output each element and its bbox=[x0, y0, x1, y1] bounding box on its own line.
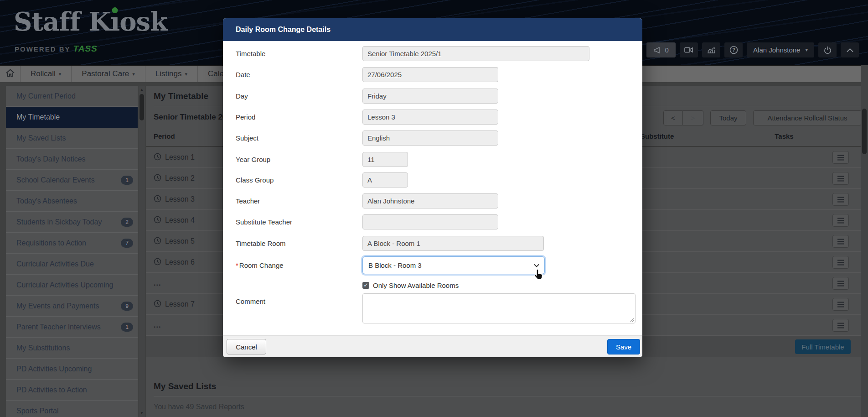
logo-green-dot: ı bbox=[110, 6, 119, 36]
field-day: Friday bbox=[362, 89, 498, 104]
sidebar-item-pd-activities-upcoming[interactable]: PD Activities Upcoming bbox=[6, 359, 138, 380]
scroll-down-arrow-icon[interactable]: ▼ bbox=[139, 411, 145, 415]
full-timetable-button[interactable]: Full Timetable bbox=[795, 339, 851, 354]
timetable-toolbar: < > Today Attendance Rollcall Status bbox=[663, 110, 862, 125]
scrollbar-thumb[interactable] bbox=[862, 109, 867, 154]
notification-count: 0 bbox=[665, 46, 668, 54]
row-menu-button[interactable] bbox=[832, 214, 849, 227]
row-menu-button[interactable] bbox=[832, 319, 849, 332]
sidebar-item-school-calendar-events[interactable]: School Calendar Events1 bbox=[6, 170, 138, 191]
cancel-button[interactable]: Cancel bbox=[227, 339, 266, 354]
sidebar-item-curricular-activities-upcoming[interactable]: Curricular Activities Upcoming bbox=[6, 275, 138, 296]
user-menu[interactable]: Alan Johnstone ▾ bbox=[747, 42, 814, 57]
tass-brand: TASS bbox=[73, 44, 98, 53]
field-class-group: A bbox=[362, 172, 408, 188]
sidebar: My Current Period My Timetable My Saved … bbox=[6, 86, 138, 417]
row-menu-button[interactable] bbox=[832, 151, 849, 164]
video-button[interactable] bbox=[680, 42, 698, 57]
column-tasks: Tasks bbox=[764, 132, 805, 140]
sidebar-item-sports-portal[interactable]: Sports Portal bbox=[6, 401, 138, 417]
logout-button[interactable] bbox=[818, 42, 837, 57]
save-button[interactable]: Save bbox=[607, 339, 640, 354]
resize-grip-icon[interactable] bbox=[630, 318, 634, 322]
next-day-button[interactable]: > bbox=[683, 110, 703, 125]
room-change-select[interactable]: B Block - Room 3 bbox=[362, 256, 545, 274]
sidebar-item-parent-teacher-interviews[interactable]: Parent Teacher Interviews1 bbox=[6, 317, 138, 338]
field-label-class-group: Class Group bbox=[236, 176, 274, 184]
chevron-down-icon: ▾ bbox=[59, 71, 62, 77]
field-label-timetable-room: Timetable Room bbox=[236, 240, 285, 247]
row-menu-button[interactable] bbox=[832, 172, 849, 185]
sidebar-item-todays-absentees[interactable]: Today's Absentees bbox=[6, 191, 138, 212]
field-teacher: Alan Johnstone bbox=[362, 193, 498, 208]
powered-by-tagline: POWERED BYTASS bbox=[15, 44, 98, 54]
field-label-day: Day bbox=[236, 92, 248, 100]
field-label-subject: Subject bbox=[236, 134, 258, 142]
mouse-pointer-icon bbox=[533, 268, 544, 282]
prev-day-button[interactable]: < bbox=[663, 110, 683, 125]
chevron-down-icon: ▾ bbox=[132, 71, 135, 77]
sidebar-item-my-substitutions[interactable]: My Substitutions bbox=[6, 338, 138, 359]
chevron-down-icon: ▾ bbox=[805, 47, 808, 53]
sidebar-scrollbar[interactable]: ▲ ▼ bbox=[139, 86, 145, 417]
video-camera-icon bbox=[684, 47, 693, 53]
sidebar-item-my-current-period[interactable]: My Current Period bbox=[6, 86, 138, 107]
row-menu-button[interactable] bbox=[832, 298, 849, 311]
field-label-timetable: Timetable bbox=[236, 50, 265, 57]
row-menu-button[interactable] bbox=[832, 235, 849, 248]
field-timetable: Senior Timetable 2025/1 bbox=[362, 46, 589, 61]
row-menu-button[interactable] bbox=[832, 277, 849, 290]
daily-room-change-dialog: Daily Room Change Details Timetable Seni… bbox=[223, 18, 642, 357]
field-label-date: Date bbox=[236, 71, 250, 78]
field-label-comment: Comment bbox=[236, 297, 265, 305]
saved-lists-title: My Saved Lists bbox=[154, 376, 861, 396]
sidebar-item-students-in-sickbay[interactable]: Students in Sickbay Today2 bbox=[6, 212, 138, 233]
only-show-available-rooms-row: ✓ Only Show Available Rooms bbox=[362, 281, 459, 289]
svg-text:?: ? bbox=[732, 47, 735, 52]
clock-icon bbox=[154, 153, 161, 162]
sidebar-item-todays-daily-notices[interactable]: Today's Daily Notices bbox=[6, 149, 138, 170]
home-button[interactable] bbox=[0, 66, 21, 82]
clock-icon bbox=[154, 216, 161, 225]
today-button[interactable]: Today bbox=[710, 110, 746, 125]
field-timetable-room: A Block - Room 1 bbox=[362, 236, 544, 251]
nav-item-listings[interactable]: Listings▾ bbox=[145, 66, 198, 82]
dialog-footer: Cancel Save bbox=[223, 335, 642, 357]
clock-icon bbox=[154, 195, 161, 204]
sidebar-item-my-timetable[interactable]: My Timetable bbox=[6, 107, 138, 128]
page-scrollbar[interactable] bbox=[861, 65, 868, 417]
user-name: Alan Johnstone bbox=[753, 46, 800, 54]
sidebar-item-requisitions-to-action[interactable]: Requisitions to Action7 bbox=[6, 233, 138, 254]
staff-kiosk-logo: Staff Kıosk bbox=[14, 6, 167, 36]
chevron-up-icon bbox=[846, 47, 854, 53]
help-button[interactable]: ? bbox=[724, 42, 743, 57]
notifications-button[interactable]: 0 bbox=[646, 42, 676, 57]
field-label-teacher: Teacher bbox=[236, 197, 260, 205]
field-period: Lesson 3 bbox=[362, 109, 498, 125]
attendance-rollcall-status-button[interactable]: Attendance Rollcall Status bbox=[753, 110, 862, 125]
collapse-header-button[interactable] bbox=[841, 42, 859, 57]
nav-item-rollcall[interactable]: Rollcall▾ bbox=[21, 66, 72, 82]
chevron-down-icon bbox=[533, 263, 540, 268]
scrollbar-thumb[interactable] bbox=[140, 94, 144, 120]
scroll-up-arrow-icon[interactable]: ▲ bbox=[139, 88, 145, 92]
analytics-button[interactable] bbox=[702, 42, 720, 57]
column-substitute: Substitute bbox=[641, 132, 674, 140]
checkbox-checked-icon[interactable]: ✓ bbox=[362, 282, 369, 289]
count-badge: 2 bbox=[121, 218, 133, 227]
clock-icon bbox=[154, 258, 161, 267]
comment-textarea[interactable] bbox=[362, 293, 636, 323]
sidebar-item-my-events-and-payments[interactable]: My Events and Payments9 bbox=[6, 296, 138, 317]
row-menu-button[interactable] bbox=[832, 193, 849, 206]
home-icon bbox=[5, 68, 15, 80]
sidebar-item-pd-activities-to-action[interactable]: PD Activities to Action bbox=[6, 380, 138, 401]
field-label-year-group: Year Group bbox=[236, 156, 270, 163]
sidebar-item-curricular-activities-due[interactable]: Curricular Activities Due bbox=[6, 254, 138, 275]
sidebar-item-my-saved-lists[interactable]: My Saved Lists bbox=[6, 128, 138, 149]
clock-icon bbox=[154, 174, 161, 183]
dialog-title: Daily Room Change Details bbox=[223, 18, 642, 41]
row-menu-button[interactable] bbox=[832, 256, 849, 269]
column-period: Period bbox=[154, 132, 175, 140]
chevron-down-icon: ▾ bbox=[185, 71, 187, 77]
nav-item-pastoral-care[interactable]: Pastoral Care▾ bbox=[72, 66, 145, 82]
